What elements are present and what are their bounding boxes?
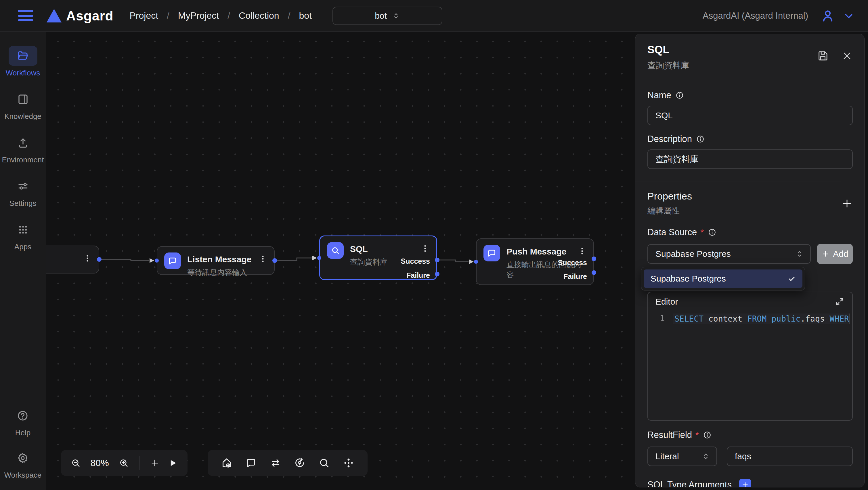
add-button-label: Add (833, 249, 848, 259)
info-icon[interactable] (703, 431, 712, 439)
output-port-label-success: Success (558, 259, 587, 267)
workflow-select[interactable]: bot (333, 7, 442, 25)
sidebar-item-workflows[interactable]: Workflows (6, 46, 40, 78)
name-input[interactable] (647, 106, 853, 125)
required-asterisk: * (695, 430, 699, 440)
name-label-text: Name (647, 90, 671, 100)
edge-arrowhead-icon (469, 259, 474, 264)
swap-horizontal-icon[interactable] (270, 457, 281, 469)
sidebar-item-settings[interactable]: Settings (9, 176, 37, 208)
folder-open-icon (17, 50, 29, 62)
sliders-icon (17, 180, 29, 192)
result-field-label: ResultField * (647, 430, 853, 440)
description-field-label: Description (647, 134, 853, 144)
code-area[interactable]: 1 SELECT context FROM public.faqs WHERE … (648, 311, 852, 420)
sidebar-item-knowledge[interactable]: Knowledge (4, 90, 41, 121)
sidebar-item-workspace[interactable]: Workspace (4, 448, 42, 480)
kebab-menu-icon[interactable] (578, 245, 586, 257)
zoom-level: 80% (89, 458, 111, 468)
left-sidebar: Workflows Knowledge Environment Settings… (0, 32, 46, 490)
data-source-label: Data Source * (647, 227, 853, 237)
message-bubble-icon (484, 245, 500, 261)
sidebar-item-help[interactable]: Help (8, 406, 37, 437)
move-mode-icon[interactable] (343, 457, 354, 469)
panel-title: SQL (647, 44, 689, 56)
breadcrumb-separator: / (167, 10, 169, 21)
refresh-idea-icon[interactable] (294, 457, 305, 469)
canvas-tools-toolbar (208, 450, 368, 476)
close-icon[interactable] (841, 50, 853, 62)
sql-type-arguments-label: SQL Type Arguments (647, 480, 732, 487)
edge-arrowhead-icon (150, 258, 154, 263)
run-workflow-button[interactable] (168, 457, 178, 469)
save-icon[interactable] (817, 50, 829, 62)
workflow-node-sql[interactable]: SQL 查詢資料庫 Success Failure (319, 235, 437, 280)
sidebar-label: Apps (14, 242, 31, 251)
edge-arrowhead-icon (312, 256, 317, 260)
breadcrumb-project[interactable]: Project (129, 10, 158, 21)
toolbar-divider (139, 456, 140, 470)
output-port-label-success: Success (401, 257, 430, 265)
zoom-in-icon[interactable] (119, 457, 129, 469)
upload-icon (17, 137, 29, 149)
info-icon[interactable] (708, 228, 716, 237)
properties-title: Properties (647, 191, 692, 202)
workflow-node-partial[interactable] (46, 246, 99, 273)
grid-dots-icon (17, 224, 29, 236)
account-label: AsgardAI (Asgard Internal) (703, 11, 808, 21)
workflow-node-push-message[interactable]: Push Message 直接輸出訊息的回應內容 Success Failure (476, 238, 594, 285)
zoom-out-icon[interactable] (71, 457, 81, 469)
magnifier-icon (327, 242, 344, 259)
add-property-button[interactable] (841, 198, 853, 209)
chevron-updown-icon (392, 12, 400, 20)
sidebar-label: Environment (2, 155, 44, 164)
comment-icon[interactable] (245, 457, 257, 469)
sidebar-item-environment[interactable]: Environment (2, 133, 44, 164)
sql-editor: Editor 1 SELECT context FROM public.faqs… (647, 292, 853, 421)
sidebar-label: Help (15, 428, 30, 437)
add-trigger-icon[interactable] (221, 457, 232, 469)
plus-icon (741, 481, 749, 487)
workflow-node-listen-message[interactable]: Listen Message 等待訊息內容輸入 (157, 246, 275, 275)
kebab-menu-icon[interactable] (421, 243, 429, 254)
asgard-logo-icon (46, 9, 62, 23)
plus-icon (822, 250, 830, 258)
menu-hamburger-icon[interactable] (18, 10, 33, 21)
description-input[interactable] (647, 149, 853, 169)
expand-icon[interactable] (835, 297, 845, 307)
kebab-menu-icon[interactable] (258, 253, 267, 265)
result-field-type-select[interactable]: Literal (647, 446, 717, 466)
add-sql-type-argument-button[interactable] (739, 479, 751, 487)
info-icon[interactable] (696, 135, 705, 143)
top-navbar: Asgard Project / MyProject / Collection … (0, 0, 868, 32)
sidebar-label: Workspace (4, 471, 42, 480)
help-circle-icon (17, 410, 29, 422)
canvas-zoom-toolbar: 80% (61, 450, 188, 476)
description-label-text: Description (647, 134, 692, 144)
add-node-button[interactable] (150, 457, 160, 469)
result-field-type-value: Literal (655, 452, 679, 461)
result-field-input[interactable] (727, 446, 853, 466)
code-line[interactable]: SELECT context FROM public.faqs WHERE id… (673, 314, 850, 324)
code-token: FROM (747, 314, 767, 324)
breadcrumb-bot[interactable]: bot (299, 10, 312, 21)
sidebar-item-apps[interactable]: Apps (9, 220, 37, 251)
kebab-menu-icon[interactable] (83, 253, 92, 264)
breadcrumb-myproject[interactable]: MyProject (178, 10, 219, 21)
panel-subtitle: 查詢資料庫 (647, 60, 689, 71)
user-menu[interactable] (820, 8, 855, 23)
message-bubble-icon (164, 253, 181, 269)
dropdown-option-supabase-postgres[interactable]: Supabase Postgres (644, 269, 802, 288)
code-token: faqs (805, 314, 830, 324)
info-icon[interactable] (675, 91, 684, 99)
data-source-select[interactable]: Supabase Postgres (647, 244, 811, 264)
sidebar-label: Settings (9, 199, 36, 208)
breadcrumb-collection[interactable]: Collection (239, 10, 279, 21)
logo-text: Asgard (66, 8, 113, 24)
required-asterisk: * (700, 227, 704, 237)
breadcrumb-separator: / (227, 10, 230, 21)
add-data-source-button[interactable]: Add (817, 244, 853, 264)
dropdown-option-label: Supabase Postgres (651, 274, 726, 284)
search-icon[interactable] (318, 457, 330, 469)
editor-title: Editor (655, 297, 678, 307)
